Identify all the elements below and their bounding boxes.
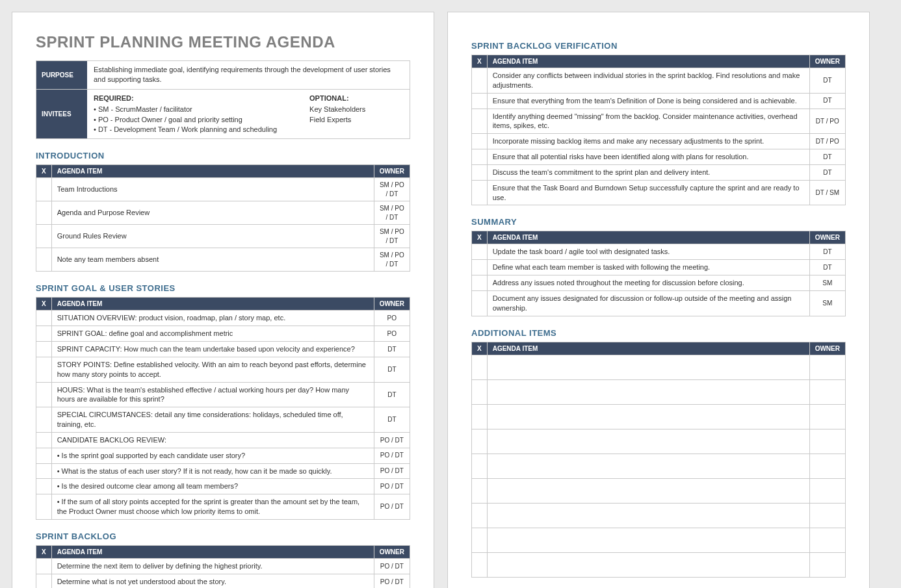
table-row	[472, 379, 846, 404]
checkbox-cell[interactable]	[36, 357, 52, 382]
owner-cell: DT	[809, 93, 845, 109]
col-header-owner: OWNER	[374, 165, 410, 178]
agenda-item-cell: Ensure that all potential risks have bee…	[487, 149, 809, 165]
checkbox-cell[interactable]	[472, 275, 488, 291]
checkbox-cell[interactable]	[472, 355, 488, 379]
checkbox-cell[interactable]	[472, 68, 488, 94]
owner-cell: DT	[374, 357, 410, 382]
checkbox-cell[interactable]	[472, 164, 488, 180]
col-header-x: X	[36, 165, 52, 178]
checkbox-cell[interactable]	[472, 260, 488, 275]
invitees-label: INVITEES	[36, 90, 87, 139]
checkbox-cell[interactable]	[36, 201, 52, 225]
owner-cell: PO / DT	[374, 448, 410, 463]
checkbox-cell[interactable]	[36, 178, 52, 201]
checkbox-cell[interactable]	[36, 479, 52, 494]
agenda-item-cell: Define what each team member is tasked w…	[487, 260, 809, 275]
agenda-item-cell: SPRINT CAPACITY: How much can the team u…	[51, 342, 374, 357]
checkbox-cell[interactable]	[36, 248, 52, 272]
agenda-item-cell: Determine the next item to deliver by de…	[51, 559, 374, 574]
agenda-item-cell	[487, 528, 809, 552]
owner-cell: DT	[374, 407, 410, 433]
checkbox-cell[interactable]	[472, 454, 488, 478]
table-row: Agenda and Purpose ReviewSM / PO / DT	[36, 201, 410, 225]
table-row: • Is the sprint goal supported by each c…	[36, 448, 410, 463]
invitees-content: REQUIRED: • SM - ScrumMaster / facilitat…	[87, 90, 410, 139]
col-header-x: X	[472, 231, 488, 244]
agenda-item-cell: Incorporate missing backlog items and ma…	[487, 134, 809, 149]
agenda-item-cell: Note any team members absent	[51, 248, 374, 272]
section-title-verify: SPRINT BACKLOG VERIFICATION	[471, 41, 846, 51]
checkbox-cell[interactable]	[472, 180, 488, 205]
owner-cell: SM / PO / DT	[374, 178, 410, 201]
checkbox-cell[interactable]	[36, 311, 52, 326]
agenda-item-cell: SITUATION OVERVIEW: product vision, road…	[51, 311, 374, 326]
owner-cell: SM / PO / DT	[374, 248, 410, 272]
section-title-goal: SPRINT GOAL & USER STORIES	[36, 283, 410, 293]
table-row: HOURS: What is the team's established ef…	[36, 382, 410, 407]
checkbox-cell[interactable]	[36, 407, 52, 433]
checkbox-cell[interactable]	[36, 574, 52, 588]
checkbox-cell[interactable]	[472, 244, 488, 260]
owner-cell: DT	[809, 149, 845, 165]
owner-cell: SM / PO / DT	[374, 225, 410, 248]
checkbox-cell[interactable]	[36, 432, 52, 448]
owner-cell: PO / DT	[374, 432, 410, 448]
agenda-item-cell	[487, 552, 809, 577]
checkbox-cell[interactable]	[36, 559, 52, 574]
col-header-item: AGENDA ITEM	[487, 231, 809, 244]
backlog-table: XAGENDA ITEMOWNERDetermine the next item…	[36, 545, 410, 588]
checkbox-cell[interactable]	[472, 134, 488, 149]
checkbox-cell[interactable]	[36, 382, 52, 407]
owner-cell	[809, 478, 845, 503]
agenda-item-cell: • Is the desired outcome clear among all…	[51, 479, 374, 494]
owner-cell: PO / DT	[374, 479, 410, 494]
page-two: SPRINT BACKLOG VERIFICATION XAGENDA ITEM…	[447, 12, 870, 588]
checkbox-cell[interactable]	[36, 326, 52, 342]
owner-cell: DT / SM	[809, 180, 845, 205]
checkbox-cell[interactable]	[472, 93, 488, 109]
agenda-item-cell: Ensure that the Task Board and Burndown …	[487, 180, 809, 205]
table-row	[472, 454, 846, 478]
checkbox-cell[interactable]	[36, 225, 52, 248]
checkbox-cell[interactable]	[36, 342, 52, 357]
table-row: SPRINT CAPACITY: How much can the team u…	[36, 342, 410, 357]
verify-table: XAGENDA ITEMOWNERConsider any conflicts …	[471, 55, 846, 205]
agenda-item-cell: • What is the status of each user story?…	[51, 463, 374, 479]
checkbox-cell[interactable]	[472, 503, 488, 528]
checkbox-cell[interactable]	[472, 149, 488, 165]
checkbox-cell[interactable]	[36, 494, 52, 520]
page-one: SPRINT PLANNING MEETING AGENDA PURPOSE E…	[12, 12, 434, 588]
table-row: Update the task board / agile tool with …	[472, 244, 846, 260]
agenda-item-cell: • If the sum of all story points accepte…	[51, 494, 374, 520]
table-row: Identify anything deemed "missing" from …	[472, 109, 846, 134]
checkbox-cell[interactable]	[472, 429, 488, 454]
owner-cell	[809, 503, 845, 528]
agenda-item-cell	[487, 503, 809, 528]
agenda-item-cell: Discuss the team's commitment to the spr…	[487, 164, 809, 180]
checkbox-cell[interactable]	[472, 109, 488, 134]
checkbox-cell[interactable]	[472, 379, 488, 404]
owner-cell: PO / DT	[374, 463, 410, 479]
agenda-item-cell	[487, 429, 809, 454]
checkbox-cell[interactable]	[36, 463, 52, 479]
owner-cell: PO	[374, 326, 410, 342]
owner-cell: DT	[374, 382, 410, 407]
checkbox-cell[interactable]	[36, 448, 52, 463]
owner-cell: DT	[809, 68, 845, 94]
checkbox-cell[interactable]	[472, 290, 488, 316]
table-row	[472, 478, 846, 503]
checkbox-cell[interactable]	[472, 404, 488, 429]
agenda-item-cell: Address any issues noted throughout the …	[487, 275, 809, 291]
agenda-item-cell	[487, 454, 809, 478]
agenda-item-cell	[487, 355, 809, 379]
checkbox-cell[interactable]	[472, 528, 488, 552]
checkbox-cell[interactable]	[472, 478, 488, 503]
section-title-backlog: SPRINT BACKLOG	[36, 531, 410, 541]
optional-header: OPTIONAL:	[309, 94, 365, 103]
required-line: • DT - Development Team / Work planning …	[94, 125, 277, 134]
required-line: • SM - ScrumMaster / facilitator	[94, 105, 277, 114]
owner-cell: PO / DT	[374, 559, 410, 574]
table-row: Address any issues noted throughout the …	[472, 275, 846, 291]
checkbox-cell[interactable]	[472, 552, 488, 577]
